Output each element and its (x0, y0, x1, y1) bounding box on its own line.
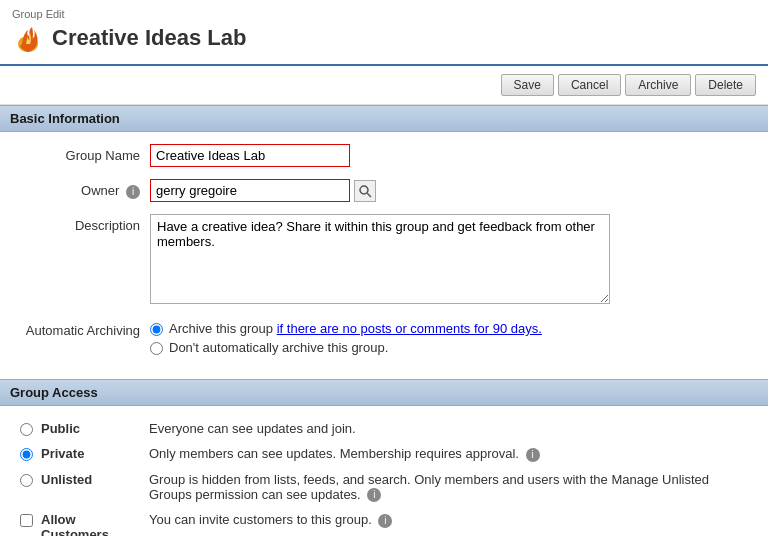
group-name-input[interactable] (150, 144, 350, 167)
access-private-name: Private (41, 446, 141, 461)
owner-row: Owner i (20, 179, 748, 202)
archive-link[interactable]: if there are no posts or comments for 90… (277, 321, 542, 336)
owner-search-button[interactable] (354, 180, 376, 202)
delete-button-top[interactable]: Delete (695, 74, 756, 96)
auto-archive-options: Archive this group if there are no posts… (150, 319, 748, 355)
page-subtitle: Group Edit (12, 8, 756, 20)
owner-info-icon[interactable]: i (126, 185, 140, 199)
archive-option2-row: Don't automatically archive this group. (150, 340, 748, 355)
access-private-radio[interactable] (20, 448, 33, 461)
access-allow-customers-row: Allow Customers You can invite customers… (20, 507, 748, 536)
group-name-label: Group Name (20, 144, 150, 163)
top-toolbar: Save Cancel Archive Delete (0, 66, 768, 105)
archive-option2-label: Don't automatically archive this group. (169, 340, 388, 355)
owner-label: Owner i (20, 179, 150, 199)
access-unlisted-radio[interactable] (20, 474, 33, 487)
save-button-top[interactable]: Save (501, 74, 554, 96)
archive-option1-label: Archive this group if there are no posts… (169, 321, 542, 336)
group-icon (12, 22, 44, 54)
page-header: Group Edit Creative Ideas Lab (0, 0, 768, 66)
cancel-button-top[interactable]: Cancel (558, 74, 621, 96)
access-public-desc: Everyone can see updates and join. (149, 421, 748, 436)
basic-info-form: Group Name Owner i Description Have a cr… (0, 132, 768, 379)
owner-control (150, 179, 748, 202)
page-title-text: Creative Ideas Lab (52, 25, 246, 51)
private-info-icon[interactable]: i (526, 448, 540, 462)
group-name-control (150, 144, 748, 167)
description-label: Description (20, 214, 150, 233)
archive-button-top[interactable]: Archive (625, 74, 691, 96)
svg-point-1 (360, 186, 368, 194)
access-unlisted-name: Unlisted (41, 472, 141, 487)
svg-line-2 (367, 193, 371, 197)
unlisted-info-icon[interactable]: i (367, 488, 381, 502)
access-public-name: Public (41, 421, 141, 436)
owner-input[interactable] (150, 179, 350, 202)
description-control: Have a creative idea? Share it within th… (150, 214, 748, 307)
group-access-section: Public Everyone can see updates and join… (0, 406, 768, 536)
auto-archive-row: Automatic Archiving Archive this group i… (20, 319, 748, 355)
auto-archive-label: Automatic Archiving (20, 319, 150, 338)
allow-customers-info-icon[interactable]: i (378, 514, 392, 528)
description-row: Description Have a creative idea? Share … (20, 214, 748, 307)
group-name-row: Group Name (20, 144, 748, 167)
archive-option2-radio[interactable] (150, 342, 163, 355)
archive-option1-row: Archive this group if there are no posts… (150, 321, 748, 336)
basic-info-section-header: Basic Information (0, 105, 768, 132)
description-textarea[interactable]: Have a creative idea? Share it within th… (150, 214, 610, 304)
access-public-radio[interactable] (20, 423, 33, 436)
access-private-row: Private Only members can see updates. Me… (20, 441, 748, 467)
group-access-section-header: Group Access (0, 379, 768, 406)
allow-customers-desc: You can invite customers to this group. … (149, 512, 748, 528)
page-title: Creative Ideas Lab (12, 22, 756, 54)
archive-option1-radio[interactable] (150, 323, 163, 336)
access-private-desc: Only members can see updates. Membership… (149, 446, 748, 462)
allow-customers-checkbox[interactable] (20, 514, 33, 527)
allow-customers-name: Allow Customers (41, 512, 141, 536)
access-public-row: Public Everyone can see updates and join… (20, 416, 748, 441)
access-unlisted-row: Unlisted Group is hidden from lists, fee… (20, 467, 748, 508)
search-icon (358, 184, 372, 198)
access-unlisted-desc: Group is hidden from lists, feeds, and s… (149, 472, 748, 503)
